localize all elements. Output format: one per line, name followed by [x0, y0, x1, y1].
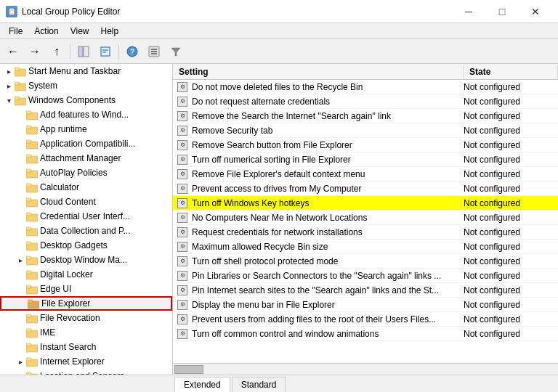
tree-item-label: Credential User Interf...	[40, 211, 130, 221]
settings-list[interactable]: ⚙Do not move deleted files to the Recycl…	[173, 80, 558, 363]
tree-expand-icon	[15, 167, 26, 179]
tree-item[interactable]: File Explorer	[0, 296, 172, 311]
folder-icon	[26, 327, 38, 338]
setting-row[interactable]: ⚙Turn off Windows Key hotkeysNot configu…	[173, 196, 558, 211]
tree-item[interactable]: AutoPlay Policies	[0, 166, 172, 180]
tree-item[interactable]: IME	[0, 325, 172, 340]
tree-panel: ▸Start Menu and Taskbar▸System▾Windows C…	[0, 64, 173, 375]
setting-row[interactable]: ⚙Do not request alternate credentialsNot…	[173, 94, 558, 109]
setting-row[interactable]: ⚙Pin Libraries or Search Connectors to t…	[173, 269, 558, 283]
tree-item[interactable]: Data Collection and P...	[0, 224, 172, 238]
separator-1	[70, 44, 70, 59]
tab-extended[interactable]: Extended	[174, 377, 230, 392]
title-bar: 📋 Local Group Policy Editor ─ □ ✕	[0, 0, 558, 23]
window-title: Local Group Policy Editor	[22, 7, 120, 17]
folder-icon	[26, 370, 38, 375]
tree-item[interactable]: Instant Search	[0, 340, 172, 354]
setting-row[interactable]: ⚙Prevent users from adding files to the …	[173, 312, 558, 327]
setting-icon: ⚙	[176, 226, 189, 238]
svg-rect-25	[26, 155, 31, 158]
setting-icon: ⚙	[176, 81, 189, 93]
show-hide-button[interactable]	[73, 42, 94, 61]
setting-column-header: Setting	[173, 65, 464, 78]
up-button[interactable]: ↑	[46, 42, 67, 61]
folder-icon	[28, 298, 39, 309]
tree-expand-icon	[15, 211, 26, 222]
back-button[interactable]: ←	[3, 42, 23, 61]
tree-item[interactable]: Calculator	[0, 180, 172, 195]
setting-row[interactable]: ⚙Do not move deleted files to the Recycl…	[173, 80, 558, 94]
setting-row[interactable]: ⚙Request credentials for network install…	[173, 225, 558, 240]
tree-item[interactable]: File Revocation	[0, 311, 172, 325]
menu-file[interactable]: File	[3, 25, 28, 38]
setting-row[interactable]: ⚙Turn off shell protocol protected modeN…	[173, 254, 558, 269]
tree-item[interactable]: ▸Internet Explorer	[0, 354, 172, 369]
tree-item[interactable]: Location and Sensors	[0, 369, 172, 375]
tree-item-label: Add features to Wind...	[40, 110, 129, 120]
svg-rect-19	[26, 111, 31, 114]
tree-expand-icon: ▸	[3, 80, 15, 91]
tab-standard[interactable]: Standard	[232, 377, 286, 392]
setting-row[interactable]: ⚙Maximum allowed Recycle Bin sizeNot con…	[173, 240, 558, 254]
setting-row[interactable]: ⚙No Computers Near Me in Network Locatio…	[173, 211, 558, 225]
setting-row[interactable]: ⚙Remove Search button from File Explorer…	[173, 138, 558, 152]
tree-item[interactable]: ▸System	[0, 78, 172, 93]
setting-state: Not configured	[464, 97, 558, 107]
setting-row[interactable]: ⚙Remove File Explorer's default context …	[173, 167, 558, 181]
setting-row[interactable]: ⚙Display the menu bar in File ExplorerNo…	[173, 298, 558, 312]
horizontal-scrollbar[interactable]	[173, 363, 558, 375]
menu-help[interactable]: Help	[95, 25, 125, 38]
tree-expand-icon	[15, 370, 26, 375]
menu-action[interactable]: Action	[28, 25, 64, 38]
forward-button[interactable]: →	[25, 42, 45, 61]
svg-rect-15	[15, 82, 20, 85]
tree-item[interactable]: ▾Windows Components	[0, 93, 172, 107]
setting-state: Not configured	[464, 271, 558, 281]
tree-item[interactable]: Credential User Interf...	[0, 209, 172, 224]
tree-item[interactable]: ▸Start Menu and Taskbar	[0, 64, 172, 78]
setting-icon: ⚙	[176, 197, 189, 209]
setting-name: Remove the Search the Internet "Search a…	[192, 111, 464, 121]
setting-row[interactable]: ⚙Pin Internet search sites to the "Searc…	[173, 283, 558, 298]
help-button[interactable]: ?	[122, 42, 142, 61]
filter-button[interactable]	[166, 42, 186, 61]
folder-icon	[26, 152, 38, 164]
separator-2	[118, 44, 119, 59]
tree-item[interactable]: Digital Locker	[0, 267, 172, 282]
setting-name: Maximum allowed Recycle Bin size	[192, 242, 464, 252]
tree-item-label: IME	[40, 327, 55, 338]
tree-item[interactable]: Cloud Content	[0, 195, 172, 209]
properties-button[interactable]	[95, 42, 116, 61]
close-button[interactable]: ✕	[519, 0, 552, 23]
setting-name: Request credentials for network installa…	[192, 227, 464, 237]
setting-row[interactable]: ⚙Prevent access to drives from My Comput…	[173, 181, 558, 196]
column-headers: Setting State	[173, 64, 558, 80]
tree-item[interactable]: Edge UI	[0, 282, 172, 296]
tree-item[interactable]: ▸Desktop Window Ma...	[0, 253, 172, 267]
setting-state: Not configured	[464, 227, 558, 237]
tree-item-label: Start Menu and Taskbar	[28, 66, 121, 76]
toolbar: ← → ↑ ?	[0, 39, 558, 64]
setting-row[interactable]: ⚙Turn off common control and window anim…	[173, 327, 558, 341]
minimize-button[interactable]: ─	[452, 0, 485, 23]
tree-item[interactable]: Desktop Gadgets	[0, 238, 172, 253]
setting-row[interactable]: ⚙Turn off numerical sorting in File Expl…	[173, 152, 558, 167]
tree-item[interactable]: Add features to Wind...	[0, 107, 172, 122]
tree-expand-icon: ▸	[3, 65, 15, 77]
svg-rect-31	[26, 198, 31, 201]
tree-item-label: File Revocation	[40, 313, 100, 323]
tree-item[interactable]: Attachment Manager	[0, 151, 172, 166]
tree-item-label: Calculator	[40, 182, 79, 192]
menu-view[interactable]: View	[65, 25, 95, 38]
tree-item[interactable]: App runtime	[0, 122, 172, 136]
maximize-button[interactable]: □	[485, 0, 519, 23]
folder-icon	[26, 283, 38, 295]
tree-item-label: Desktop Window Ma...	[40, 255, 127, 265]
setting-row[interactable]: ⚙Remove Security tabNot configured	[173, 123, 558, 138]
folder-icon	[15, 80, 26, 91]
folder-icon	[26, 138, 38, 150]
settings-button[interactable]	[144, 42, 164, 61]
folder-icon	[26, 341, 38, 353]
setting-row[interactable]: ⚙Remove the Search the Internet "Search …	[173, 109, 558, 123]
tree-item[interactable]: Application Compatibili...	[0, 136, 172, 151]
